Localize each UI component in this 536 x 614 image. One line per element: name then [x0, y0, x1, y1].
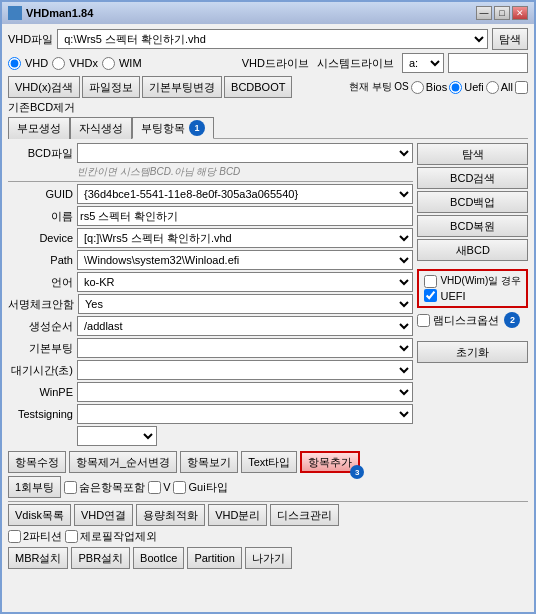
winpe-label: WinPE — [8, 386, 73, 398]
extra-row — [8, 426, 413, 446]
v-checkbox[interactable] — [148, 481, 161, 494]
bcd-backup-button[interactable]: BCD백업 — [417, 191, 528, 213]
uefi-radio-label: Uefi — [464, 81, 484, 93]
bcd-remove-check[interactable] — [515, 81, 528, 94]
bcdboot-button[interactable]: BCDBOOT — [224, 76, 292, 98]
vhd-connect-button[interactable]: VHD연결 — [74, 504, 133, 526]
radio-vhdx[interactable] — [52, 57, 65, 70]
system-drive-label: 시스템드라이브 — [317, 56, 394, 71]
vhd-file-row: VHD파일 q:\Wrs5 스펙터 확인하기.vhd 탐색 — [8, 28, 528, 50]
right-panel: 탐색 BCD검색 BCD백업 BCD복원 새BCD VHD(Wim)일 경우 U… — [417, 143, 528, 448]
wait-label: 대기시간(초) — [8, 363, 73, 378]
exit-button[interactable]: 나가기 — [245, 547, 292, 569]
vhd-wim-label: VHD(Wim)일 경우 — [440, 274, 521, 288]
radio-bios[interactable] — [411, 81, 424, 94]
gui-check-group: Gui타입 — [173, 480, 227, 495]
device-label: Device — [8, 232, 73, 244]
ram-row: 램디스크옵션 2 — [417, 312, 528, 328]
device-select[interactable]: [q:]\Wrs5 스펙터 확인하기.vhd — [77, 228, 413, 248]
radio-wim-label: WIM — [119, 57, 142, 69]
tab-boot-item[interactable]: 부팅항목 1 — [132, 117, 214, 139]
remove-button[interactable]: 항목제거_순서변경 — [69, 451, 177, 473]
app-icon — [8, 6, 22, 20]
bootice-button[interactable]: BootIce — [133, 547, 184, 569]
bottom-buttons-row2: 2파티션 제로필작업제외 — [8, 529, 528, 544]
vhd-search-button[interactable]: VHD(x)검색 — [8, 76, 80, 98]
view-button[interactable]: 항목보기 — [180, 451, 238, 473]
vhd-wim-checkbox[interactable] — [424, 275, 437, 288]
winpe-select[interactable] — [77, 382, 413, 402]
uefi-checkbox-label: UEFI — [440, 290, 465, 302]
extra-select[interactable] — [77, 426, 157, 446]
bcd-file-select[interactable] — [77, 143, 413, 163]
radio-drive-row: VHD VHDx WIM VHD드라이브 시스템드라이브 a: — [8, 53, 528, 73]
radio-uefi[interactable] — [449, 81, 462, 94]
pbr-button[interactable]: PBR설치 — [71, 547, 130, 569]
bcd-file-label: BCD파일 — [8, 146, 73, 161]
radio-vhd[interactable] — [8, 57, 21, 70]
hidden-checkbox[interactable] — [64, 481, 77, 494]
lang-select[interactable]: ko-KR — [77, 272, 413, 292]
radio-vhdx-label: VHDx — [69, 57, 98, 69]
vdisk-button[interactable]: Vdisk목록 — [8, 504, 71, 526]
disk-mgmt-button[interactable]: 디스크관리 — [270, 504, 339, 526]
text-tab-button[interactable]: Text타입 — [241, 451, 297, 473]
change-boot-button[interactable]: 기본부팅변경 — [142, 76, 222, 98]
guid-row: GUID {36d4bce1-5541-11e8-8e0f-305a3a0655… — [8, 184, 413, 204]
cert-select[interactable]: Yes — [78, 294, 413, 314]
reset-button[interactable]: 초기화 — [417, 341, 528, 363]
vhd-split-button[interactable]: VHD분리 — [208, 504, 267, 526]
add-button[interactable]: 항목추가 3 — [300, 451, 360, 473]
optimize-button[interactable]: 용량최적화 — [136, 504, 205, 526]
name-input[interactable] — [77, 206, 413, 226]
radio-all[interactable] — [486, 81, 499, 94]
bcd-restore-button[interactable]: BCD복원 — [417, 215, 528, 237]
vhd-browse-button[interactable]: 탐색 — [492, 28, 528, 50]
lang-label: 언어 — [8, 275, 73, 290]
edit-button[interactable]: 항목수정 — [8, 451, 66, 473]
zero-fill-label: 제로필작업제외 — [80, 529, 157, 544]
testsigning-select[interactable] — [77, 404, 413, 424]
v-label: V — [163, 481, 170, 493]
name-row: 이름 — [8, 206, 413, 226]
bcd-search-button[interactable]: BCD검색 — [417, 167, 528, 189]
title-text: VHDman1.84 — [8, 6, 93, 20]
annotation-bubble-2: 2 — [504, 312, 520, 328]
new-bcd-button[interactable]: 새BCD — [417, 239, 528, 261]
ram-label: 램디스크옵션 — [433, 313, 499, 328]
zero-fill-checkbox[interactable] — [65, 530, 78, 543]
title-buttons: — □ ✕ — [476, 6, 528, 20]
ram-checkbox[interactable] — [417, 314, 430, 327]
radio-wim[interactable] — [102, 57, 115, 70]
guid-select[interactable]: {36d4bce1-5541-11e8-8e0f-305a3a065540} — [77, 184, 413, 204]
bcd-browse-button[interactable]: 탐색 — [417, 143, 528, 165]
close-button[interactable]: ✕ — [512, 6, 528, 20]
gui-checkbox[interactable] — [173, 481, 186, 494]
guid-label: GUID — [8, 188, 73, 200]
maximize-button[interactable]: □ — [494, 6, 510, 20]
bcd-hint-row: 빈칸이면 시스템BCD.아님 해당 BCD — [8, 165, 413, 179]
annotation-bubble-1: 1 — [189, 120, 205, 136]
default-boot-label: 기본부팅 — [8, 341, 73, 356]
testsigning-label: Testsigning — [8, 408, 73, 420]
one-boot-button[interactable]: 1회부팅 — [8, 476, 61, 498]
mbr-button[interactable]: MBR설치 — [8, 547, 68, 569]
wait-select[interactable] — [77, 360, 413, 380]
two-partition-checkbox[interactable] — [8, 530, 21, 543]
path-select[interactable]: \Windows\system32\Winload.efi — [77, 250, 413, 270]
partition-button[interactable]: Partition — [187, 547, 241, 569]
order-select[interactable]: /addlast — [77, 316, 413, 336]
vhd-drive-select[interactable]: a: — [402, 53, 444, 73]
file-info-button[interactable]: 파일정보 — [82, 76, 140, 98]
uefi-checkbox[interactable] — [424, 289, 437, 302]
vhd-file-select[interactable]: q:\Wrs5 스펙터 확인하기.vhd — [57, 29, 488, 49]
name-label: 이름 — [8, 209, 73, 224]
default-boot-select[interactable] — [77, 338, 413, 358]
vhd-drive-label: VHD드라이브 — [242, 56, 309, 71]
order-row: 생성순서 /addlast — [8, 316, 413, 336]
minimize-button[interactable]: — — [476, 6, 492, 20]
toolbar-row: VHD(x)검색 파일정보 기본부팅변경 BCDBOOT 현재 부팅 OS Bi… — [8, 76, 528, 115]
system-drive-input[interactable] — [448, 53, 528, 73]
tab-child-create[interactable]: 자식생성 — [70, 117, 132, 139]
tab-parent-create[interactable]: 부모생성 — [8, 117, 70, 139]
